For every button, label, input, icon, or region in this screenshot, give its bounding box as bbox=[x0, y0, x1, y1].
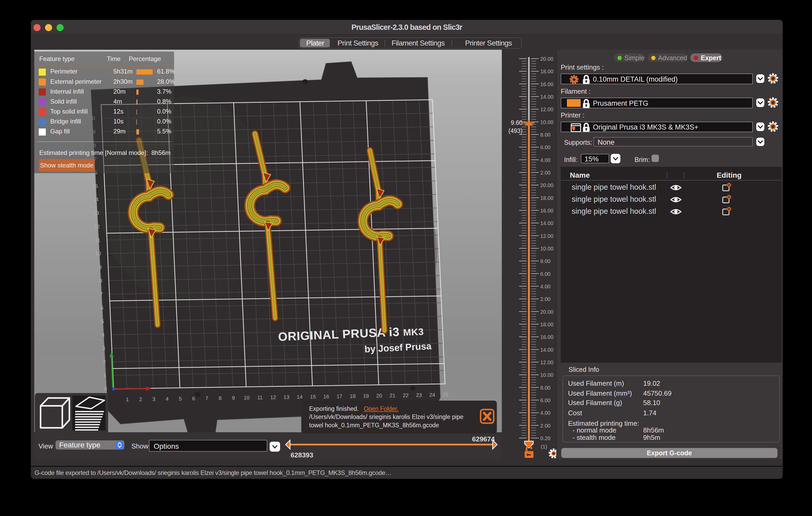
svg-text:2.00: 2.00 bbox=[540, 423, 551, 429]
svg-text:21: 21 bbox=[389, 393, 396, 398]
svg-text:628393: 628393 bbox=[291, 451, 313, 459]
svg-text:7: 7 bbox=[100, 291, 103, 297]
svg-text:(493): (493) bbox=[509, 127, 522, 134]
svg-text:6: 6 bbox=[192, 396, 195, 401]
svg-text:24: 24 bbox=[429, 392, 435, 398]
svg-text:0.20: 0.20 bbox=[540, 435, 551, 441]
svg-text:10.00: 10.00 bbox=[540, 119, 553, 125]
svg-text:14.00: 14.00 bbox=[540, 220, 553, 226]
svg-text:629674: 629674 bbox=[472, 435, 495, 443]
svg-text:14: 14 bbox=[93, 196, 98, 202]
svg-text:2.00: 2.00 bbox=[540, 296, 551, 302]
svg-text:22: 22 bbox=[403, 392, 409, 398]
svg-text:20.00: 20.00 bbox=[540, 56, 553, 62]
svg-text:6.00: 6.00 bbox=[540, 145, 551, 150]
svg-text:2: 2 bbox=[139, 396, 142, 402]
svg-text:9: 9 bbox=[99, 264, 102, 270]
svg-text:0: 0 bbox=[104, 386, 107, 392]
svg-text:1: 1 bbox=[126, 397, 129, 402]
svg-text:14.00: 14.00 bbox=[540, 94, 553, 100]
svg-text:8.00: 8.00 bbox=[540, 385, 551, 391]
svg-text:14: 14 bbox=[297, 394, 302, 400]
svg-text:6.00: 6.00 bbox=[540, 397, 551, 403]
svg-text:16.00: 16.00 bbox=[540, 81, 553, 87]
svg-text:12.00: 12.00 bbox=[540, 107, 553, 112]
svg-text:4: 4 bbox=[102, 332, 105, 338]
svg-text:16: 16 bbox=[323, 394, 329, 399]
svg-text:13: 13 bbox=[284, 394, 290, 400]
svg-text:16.00: 16.00 bbox=[540, 208, 553, 214]
svg-text:20: 20 bbox=[376, 393, 382, 398]
svg-text:18.00: 18.00 bbox=[540, 68, 553, 74]
svg-text:18.00: 18.00 bbox=[540, 322, 553, 327]
svg-text:20.00: 20.00 bbox=[540, 182, 553, 188]
svg-text:12: 12 bbox=[94, 224, 100, 230]
svg-text:8: 8 bbox=[219, 395, 222, 401]
svg-text:17: 17 bbox=[337, 393, 342, 399]
svg-text:4.00: 4.00 bbox=[540, 284, 551, 290]
svg-text:10: 10 bbox=[95, 251, 101, 256]
svg-text:3: 3 bbox=[103, 345, 105, 351]
svg-text:(1): (1) bbox=[541, 444, 547, 450]
svg-text:12: 12 bbox=[270, 394, 276, 400]
svg-text:2.00: 2.00 bbox=[540, 170, 551, 176]
svg-text:11: 11 bbox=[95, 237, 100, 243]
svg-text:10.00: 10.00 bbox=[540, 372, 553, 378]
svg-text:9.60: 9.60 bbox=[511, 119, 522, 126]
svg-text:19: 19 bbox=[363, 393, 369, 399]
svg-text:1: 1 bbox=[104, 373, 106, 378]
svg-text:8: 8 bbox=[99, 278, 102, 284]
svg-text:2: 2 bbox=[103, 359, 106, 365]
svg-text:25: 25 bbox=[442, 392, 448, 397]
svg-text:20.00: 20.00 bbox=[540, 309, 553, 315]
svg-text:7: 7 bbox=[205, 395, 209, 401]
svg-text:10: 10 bbox=[244, 395, 250, 401]
svg-text:12.00: 12.00 bbox=[540, 360, 553, 365]
svg-text:12.00: 12.00 bbox=[540, 233, 553, 239]
svg-text:13: 13 bbox=[93, 210, 99, 216]
svg-text:11: 11 bbox=[257, 395, 263, 400]
svg-text:5: 5 bbox=[101, 318, 104, 324]
svg-text:5: 5 bbox=[179, 396, 182, 402]
svg-text:6.00: 6.00 bbox=[540, 271, 551, 277]
svg-text:23: 23 bbox=[416, 392, 422, 398]
svg-text:9: 9 bbox=[232, 395, 235, 401]
svg-text:3: 3 bbox=[152, 396, 155, 402]
svg-text:15: 15 bbox=[92, 183, 98, 189]
svg-text:4: 4 bbox=[166, 396, 169, 402]
svg-text:4.00: 4.00 bbox=[540, 410, 551, 416]
svg-text:8.00: 8.00 bbox=[540, 258, 551, 264]
svg-text:18: 18 bbox=[350, 393, 356, 399]
svg-text:14.00: 14.00 bbox=[540, 347, 553, 353]
svg-text:16.00: 16.00 bbox=[540, 334, 553, 340]
svg-text:8.00: 8.00 bbox=[540, 132, 551, 138]
svg-text:4.00: 4.00 bbox=[540, 157, 551, 163]
svg-text:10.00: 10.00 bbox=[540, 246, 553, 251]
svg-text:15: 15 bbox=[310, 394, 316, 400]
svg-text:6: 6 bbox=[100, 305, 104, 311]
svg-text:18.00: 18.00 bbox=[540, 195, 553, 201]
